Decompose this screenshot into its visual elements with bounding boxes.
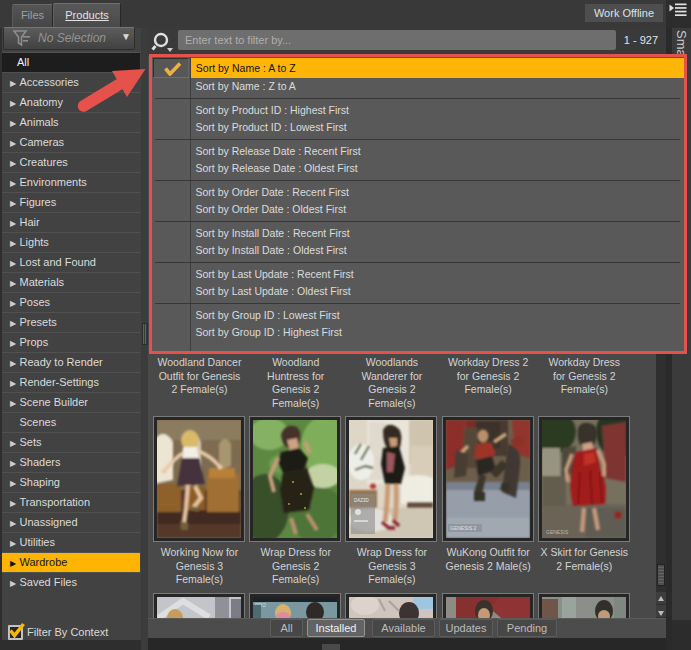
svg-text:DAZ3D: DAZ3D bbox=[354, 498, 370, 503]
svg-text:GENESIS 2: GENESIS 2 bbox=[450, 525, 477, 531]
svg-text:GENESIS: GENESIS bbox=[546, 529, 569, 535]
